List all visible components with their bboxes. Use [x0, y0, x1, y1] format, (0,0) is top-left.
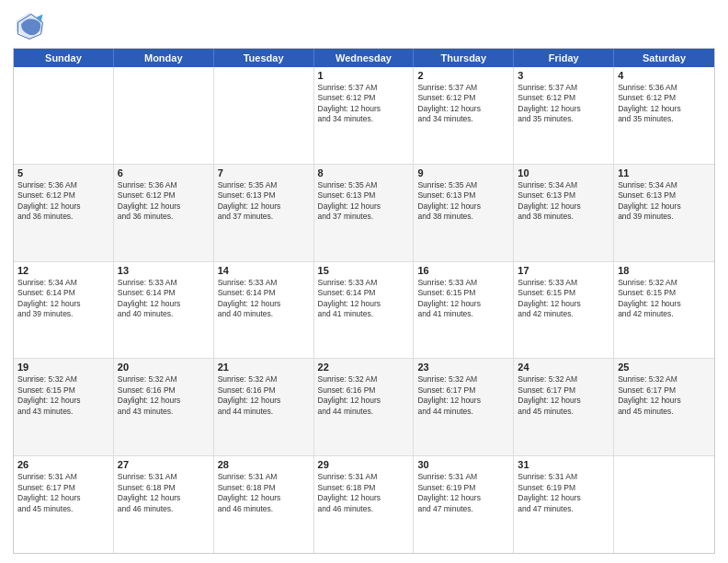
calendar-cell — [614, 456, 714, 553]
cell-info: Sunrise: 5:32 AM Sunset: 6:16 PM Dayligh… — [218, 374, 310, 417]
calendar-body: 1Sunrise: 5:37 AM Sunset: 6:12 PM Daylig… — [14, 67, 714, 553]
day-number: 13 — [118, 265, 210, 276]
header — [13, 9, 715, 42]
cell-info: Sunrise: 5:35 AM Sunset: 6:13 PM Dayligh… — [318, 180, 410, 223]
day-number: 27 — [118, 459, 210, 470]
cell-info: Sunrise: 5:33 AM Sunset: 6:14 PM Dayligh… — [318, 278, 410, 320]
day-number: 18 — [618, 265, 711, 276]
day-number: 30 — [417, 459, 509, 470]
calendar-row-1: 5Sunrise: 5:36 AM Sunset: 6:12 PM Daylig… — [14, 165, 714, 262]
cell-info: Sunrise: 5:33 AM Sunset: 6:15 PM Dayligh… — [417, 278, 509, 320]
day-number: 6 — [118, 167, 210, 178]
calendar-cell: 15Sunrise: 5:33 AM Sunset: 6:14 PM Dayli… — [314, 262, 415, 359]
calendar-cell: 13Sunrise: 5:33 AM Sunset: 6:14 PM Dayli… — [114, 262, 214, 359]
calendar-cell — [214, 67, 314, 164]
calendar-row-2: 12Sunrise: 5:34 AM Sunset: 6:14 PM Dayli… — [14, 262, 714, 360]
cell-info: Sunrise: 5:32 AM Sunset: 6:16 PM Dayligh… — [118, 374, 210, 417]
calendar-cell: 3Sunrise: 5:37 AM Sunset: 6:12 PM Daylig… — [514, 67, 614, 164]
day-number: 4 — [618, 70, 711, 81]
calendar-cell: 21Sunrise: 5:32 AM Sunset: 6:16 PM Dayli… — [214, 359, 314, 455]
calendar-cell: 2Sunrise: 5:37 AM Sunset: 6:12 PM Daylig… — [414, 67, 514, 164]
calendar-cell: 27Sunrise: 5:31 AM Sunset: 6:18 PM Dayli… — [114, 456, 214, 553]
calendar-cell: 10Sunrise: 5:34 AM Sunset: 6:13 PM Dayli… — [514, 165, 614, 261]
calendar-row-3: 19Sunrise: 5:32 AM Sunset: 6:15 PM Dayli… — [14, 359, 714, 456]
weekday-header-monday: Monday — [114, 49, 214, 67]
day-number: 15 — [318, 265, 410, 276]
cell-info: Sunrise: 5:32 AM Sunset: 6:15 PM Dayligh… — [618, 278, 711, 320]
calendar-cell: 7Sunrise: 5:35 AM Sunset: 6:13 PM Daylig… — [214, 165, 314, 261]
cell-info: Sunrise: 5:34 AM Sunset: 6:13 PM Dayligh… — [518, 180, 609, 223]
calendar-cell: 29Sunrise: 5:31 AM Sunset: 6:18 PM Dayli… — [314, 456, 415, 553]
cell-info: Sunrise: 5:35 AM Sunset: 6:13 PM Dayligh… — [218, 180, 310, 223]
calendar-cell: 23Sunrise: 5:32 AM Sunset: 6:17 PM Dayli… — [414, 359, 514, 455]
calendar-cell: 5Sunrise: 5:36 AM Sunset: 6:12 PM Daylig… — [14, 165, 114, 261]
calendar-cell: 26Sunrise: 5:31 AM Sunset: 6:17 PM Dayli… — [14, 456, 114, 553]
day-number: 14 — [218, 265, 310, 276]
day-number: 1 — [318, 70, 410, 81]
calendar-cell: 16Sunrise: 5:33 AM Sunset: 6:15 PM Dayli… — [414, 262, 514, 359]
calendar-cell: 4Sunrise: 5:36 AM Sunset: 6:12 PM Daylig… — [614, 67, 714, 164]
weekday-header-saturday: Saturday — [614, 49, 714, 67]
calendar-cell: 31Sunrise: 5:31 AM Sunset: 6:19 PM Dayli… — [514, 456, 614, 553]
calendar-cell: 22Sunrise: 5:32 AM Sunset: 6:16 PM Dayli… — [314, 359, 415, 455]
calendar-cell: 19Sunrise: 5:32 AM Sunset: 6:15 PM Dayli… — [14, 359, 114, 455]
cell-info: Sunrise: 5:31 AM Sunset: 6:19 PM Dayligh… — [417, 472, 509, 514]
calendar-cell: 20Sunrise: 5:32 AM Sunset: 6:16 PM Dayli… — [114, 359, 214, 455]
calendar-cell: 28Sunrise: 5:31 AM Sunset: 6:18 PM Dayli… — [214, 456, 314, 553]
logo-icon — [13, 9, 46, 42]
day-number: 25 — [618, 362, 711, 373]
calendar-cell: 8Sunrise: 5:35 AM Sunset: 6:13 PM Daylig… — [314, 165, 415, 261]
cell-info: Sunrise: 5:32 AM Sunset: 6:16 PM Dayligh… — [318, 374, 410, 417]
cell-info: Sunrise: 5:32 AM Sunset: 6:15 PM Dayligh… — [17, 374, 109, 417]
weekday-header-sunday: Sunday — [14, 49, 114, 67]
day-number: 11 — [618, 167, 711, 178]
calendar-cell — [14, 67, 114, 164]
cell-info: Sunrise: 5:31 AM Sunset: 6:18 PM Dayligh… — [318, 472, 410, 514]
day-number: 20 — [118, 362, 210, 373]
calendar-cell: 25Sunrise: 5:32 AM Sunset: 6:17 PM Dayli… — [614, 359, 714, 455]
calendar-cell: 18Sunrise: 5:32 AM Sunset: 6:15 PM Dayli… — [614, 262, 714, 359]
day-number: 16 — [417, 265, 509, 276]
cell-info: Sunrise: 5:34 AM Sunset: 6:14 PM Dayligh… — [17, 278, 109, 320]
calendar-row-0: 1Sunrise: 5:37 AM Sunset: 6:12 PM Daylig… — [14, 67, 714, 165]
cell-info: Sunrise: 5:33 AM Sunset: 6:15 PM Dayligh… — [518, 278, 609, 320]
day-number: 3 — [518, 70, 609, 81]
cell-info: Sunrise: 5:36 AM Sunset: 6:12 PM Dayligh… — [17, 180, 109, 223]
weekday-header-tuesday: Tuesday — [214, 49, 314, 67]
cell-info: Sunrise: 5:36 AM Sunset: 6:12 PM Dayligh… — [118, 180, 210, 223]
calendar-cell: 6Sunrise: 5:36 AM Sunset: 6:12 PM Daylig… — [114, 165, 214, 261]
cell-info: Sunrise: 5:37 AM Sunset: 6:12 PM Dayligh… — [518, 83, 609, 125]
cell-info: Sunrise: 5:37 AM Sunset: 6:12 PM Dayligh… — [417, 83, 509, 125]
weekday-header-wednesday: Wednesday — [314, 49, 415, 67]
cell-info: Sunrise: 5:31 AM Sunset: 6:19 PM Dayligh… — [518, 472, 609, 514]
cell-info: Sunrise: 5:37 AM Sunset: 6:12 PM Dayligh… — [318, 83, 410, 125]
day-number: 7 — [218, 167, 310, 178]
cell-info: Sunrise: 5:36 AM Sunset: 6:12 PM Dayligh… — [618, 83, 711, 125]
day-number: 9 — [417, 167, 509, 178]
calendar-cell: 30Sunrise: 5:31 AM Sunset: 6:19 PM Dayli… — [414, 456, 514, 553]
weekday-header-thursday: Thursday — [414, 49, 514, 67]
cell-info: Sunrise: 5:32 AM Sunset: 6:17 PM Dayligh… — [417, 374, 509, 417]
day-number: 26 — [17, 459, 109, 470]
weekday-header-friday: Friday — [514, 49, 614, 67]
calendar-cell: 11Sunrise: 5:34 AM Sunset: 6:13 PM Dayli… — [614, 165, 714, 261]
cell-info: Sunrise: 5:34 AM Sunset: 6:13 PM Dayligh… — [618, 180, 711, 223]
day-number: 10 — [518, 167, 609, 178]
cell-info: Sunrise: 5:31 AM Sunset: 6:18 PM Dayligh… — [118, 472, 210, 514]
day-number: 19 — [17, 362, 109, 373]
calendar-cell: 24Sunrise: 5:32 AM Sunset: 6:17 PM Dayli… — [514, 359, 614, 455]
calendar-row-4: 26Sunrise: 5:31 AM Sunset: 6:17 PM Dayli… — [14, 456, 714, 553]
day-number: 17 — [518, 265, 609, 276]
calendar-header: SundayMondayTuesdayWednesdayThursdayFrid… — [14, 49, 714, 67]
day-number: 22 — [318, 362, 410, 373]
day-number: 8 — [318, 167, 410, 178]
logo — [13, 9, 50, 42]
day-number: 2 — [417, 70, 509, 81]
calendar: SundayMondayTuesdayWednesdayThursdayFrid… — [13, 48, 715, 554]
day-number: 24 — [518, 362, 609, 373]
cell-info: Sunrise: 5:32 AM Sunset: 6:17 PM Dayligh… — [618, 374, 711, 417]
day-number: 21 — [218, 362, 310, 373]
calendar-cell: 17Sunrise: 5:33 AM Sunset: 6:15 PM Dayli… — [514, 262, 614, 359]
day-number: 23 — [417, 362, 509, 373]
calendar-cell: 9Sunrise: 5:35 AM Sunset: 6:13 PM Daylig… — [414, 165, 514, 261]
